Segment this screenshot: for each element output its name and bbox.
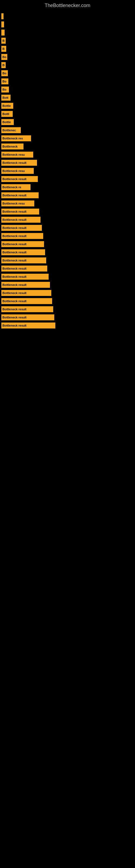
- bar: Bottleneck resu: [1, 168, 34, 174]
- bar-row: Bottleneck result: [1, 297, 132, 305]
- bar-label: Bottleneck result: [2, 259, 27, 262]
- bar-row: B: [1, 45, 132, 53]
- bar: Bottleneck result: [1, 225, 42, 231]
- bar-row: Bottleneck result: [1, 273, 132, 280]
- bar-label: Bottleneck: [2, 145, 17, 148]
- bar-label: Bott: [2, 96, 8, 99]
- bar-row: Bottleneck result: [1, 232, 132, 240]
- bar: [1, 30, 5, 35]
- bar-label: Bottleneck resu: [2, 202, 25, 205]
- bar-label: Bottleneck result: [2, 218, 27, 221]
- bar: Bottleneck result: [1, 160, 37, 166]
- bar-row: Bottleneck result: [1, 175, 132, 183]
- bar-row: [1, 12, 132, 20]
- bar: Bottleneck result: [1, 298, 52, 304]
- bar-label: Bottleneck resu: [2, 153, 25, 156]
- bar: Bottleneck result: [1, 249, 45, 255]
- bar: Bottleneck result: [1, 306, 53, 312]
- bar-label: Bottlenec: [2, 129, 16, 132]
- bar: Bottleneck re: [1, 184, 31, 190]
- bar: Bottleneck result: [1, 314, 54, 320]
- bar: Bottle: [1, 103, 13, 109]
- bar-label: Bo: [2, 55, 6, 59]
- bar-row: Bottleneck result: [1, 314, 132, 321]
- bar-row: B: [1, 37, 132, 44]
- bar: Bottleneck result: [1, 266, 47, 272]
- bar: [1, 13, 3, 19]
- bar: Bottleneck result: [1, 233, 43, 239]
- bar-label: Bottleneck result: [2, 300, 27, 303]
- bar: Bottleneck result: [1, 282, 50, 288]
- bar-row: Bo: [1, 53, 132, 61]
- bar-label: Bottleneck result: [2, 316, 27, 319]
- bar-label: Bottleneck re: [2, 186, 21, 189]
- bar-row: Bottleneck result: [1, 305, 132, 313]
- bar: B: [1, 62, 6, 68]
- bar-label: B: [2, 39, 5, 42]
- bar-label: Bottleneck result: [2, 226, 27, 229]
- bar-row: Bottleneck result: [1, 281, 132, 289]
- bar-row: Bottleneck res: [1, 134, 132, 142]
- bar: B: [1, 46, 6, 52]
- bar: Bott: [1, 95, 10, 101]
- bar-row: Bottleneck result: [1, 322, 132, 329]
- bar-row: Bottleneck result: [1, 257, 132, 264]
- bar-label: Bottleneck result: [2, 275, 27, 278]
- bar-label: Bottleneck result: [2, 308, 27, 311]
- bar-row: Bottleneck: [1, 143, 132, 150]
- bar-row: Bottleneck re: [1, 183, 132, 191]
- bar: Bottl: [1, 111, 13, 117]
- bar-label: Bottleneck result: [2, 291, 27, 294]
- bar: Bottleneck resu: [1, 152, 33, 158]
- bar-row: Bottleneck result: [1, 216, 132, 223]
- bar: Bottleneck resu: [1, 200, 34, 207]
- bar-row: Bottleneck resu: [1, 151, 132, 158]
- bar: Bo: [1, 54, 7, 60]
- bar-label: Bottleneck result: [2, 251, 27, 254]
- bar-label: Bottleneck res: [2, 137, 23, 140]
- bar: Bo: [1, 79, 8, 84]
- bars-container: BBBoBBoBoBoBottBottleBottlBottleBottlene…: [0, 10, 135, 333]
- bar-label: Bottleneck result: [2, 177, 27, 181]
- bar-label: Bottl: [2, 112, 9, 116]
- bar-row: [1, 21, 132, 28]
- bar-label: B: [2, 63, 5, 67]
- bar-row: Bo: [1, 69, 132, 77]
- bar-label: Bottleneck result: [2, 243, 27, 246]
- bar-row: Bottleneck result: [1, 265, 132, 272]
- bar-row: Bottlenec: [1, 126, 132, 134]
- bar-label: Bottleneck result: [2, 210, 27, 213]
- bar-row: Bottle: [1, 118, 132, 126]
- bar-row: Bottleneck result: [1, 191, 132, 199]
- bar-row: Bo: [1, 78, 132, 85]
- bar-row: Bottleneck resu: [1, 167, 132, 175]
- bar-label: Bottle: [2, 120, 11, 124]
- bar-row: Bottl: [1, 110, 132, 118]
- bar-label: Bottle: [2, 104, 11, 107]
- bar-row: Bo: [1, 86, 132, 93]
- bar: Bottleneck result: [1, 257, 46, 264]
- site-title: TheBottlenecker.com: [0, 0, 135, 10]
- bar-row: Bottleneck result: [1, 248, 132, 256]
- bar-row: Bottle: [1, 102, 132, 110]
- bar: Bottleneck result: [1, 241, 44, 247]
- bar-label: Bo: [2, 88, 6, 91]
- bar-row: B: [1, 61, 132, 69]
- bar-label: Bottleneck resu: [2, 169, 25, 173]
- bar-row: Bottleneck result: [1, 289, 132, 297]
- bar-row: Bottleneck result: [1, 240, 132, 248]
- bar: Bottleneck result: [1, 274, 49, 280]
- bar-row: [1, 29, 132, 36]
- bar: Bottleneck result: [1, 217, 41, 223]
- bar-label: Bottleneck result: [2, 161, 27, 164]
- bar: Bottle: [1, 119, 14, 125]
- bar-label: Bottleneck result: [2, 235, 27, 238]
- bar-row: Bottleneck result: [1, 208, 132, 215]
- bar-row: Bottleneck result: [1, 224, 132, 231]
- bar: Bo: [1, 87, 9, 93]
- bar: Bottleneck result: [1, 176, 38, 182]
- bar: Bottleneck result: [1, 209, 39, 215]
- bar: Bottleneck result: [1, 290, 51, 296]
- bar: B: [1, 38, 6, 44]
- bar: Bottlenec: [1, 127, 21, 133]
